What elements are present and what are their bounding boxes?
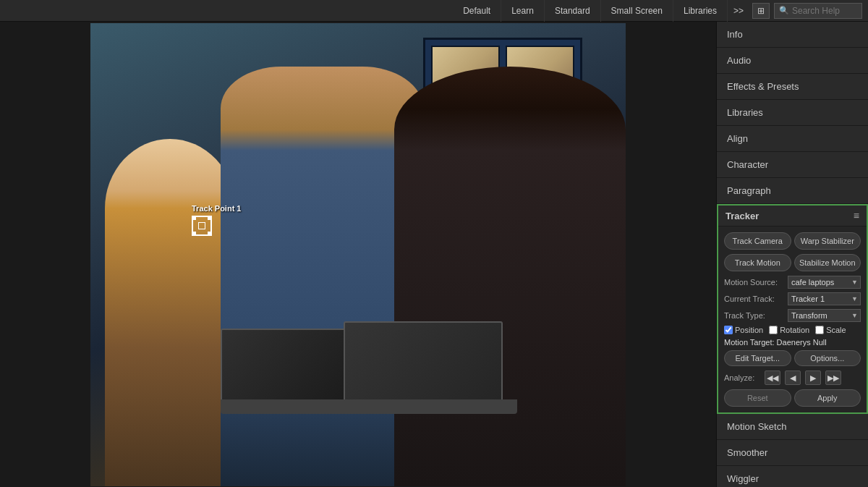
track-corner-br <box>208 232 212 236</box>
panel-item-smoother[interactable]: Smoother <box>717 440 868 466</box>
laptop-center-screen <box>344 321 503 401</box>
laptop-center-base <box>344 399 517 414</box>
person-right-body <box>394 67 626 486</box>
position-checkbox[interactable] <box>724 326 733 334</box>
panel-item-motion-sketch[interactable]: Motion Sketch <box>717 414 868 440</box>
scene: Track Point 1 <box>90 23 626 486</box>
track-type-select-wrap: Transform ▼ <box>788 309 861 322</box>
panel-item-audio[interactable]: Audio <box>717 48 868 74</box>
tracker-top-btn-row: Track Camera Warp Stabilizer <box>724 232 861 250</box>
person-center <box>221 67 423 486</box>
tracker-header: Tracker ≡ <box>718 206 867 226</box>
track-point-label: Track Point 1 <box>192 204 241 213</box>
top-bar: Default Learn Standard Small Screen Libr… <box>0 0 868 22</box>
edit-target-row: Edit Target... Options... <box>724 350 861 366</box>
warp-stabilizer-button[interactable]: Warp Stabilizer <box>794 232 861 250</box>
track-corner-tr <box>208 216 212 220</box>
panel-item-libraries[interactable]: Libraries <box>717 100 868 126</box>
tab-learn[interactable]: Learn <box>501 0 545 22</box>
person-right <box>394 67 626 486</box>
motion-source-select-wrap: cafe laptops ▼ <box>788 276 861 289</box>
position-label: Position <box>735 326 763 334</box>
panel-item-effects-presets[interactable]: Effects & Presets <box>717 74 868 100</box>
panel-item-wiggler[interactable]: Wiggler <box>717 466 868 487</box>
workspace-icon-button[interactable]: ⊞ <box>752 3 770 19</box>
main-area: Track Point 1 Info Audio Effects & Pres <box>0 22 868 487</box>
track-point-inner <box>198 222 205 229</box>
track-type-label: Track Type: <box>724 311 788 320</box>
analyze-label: Analyze: <box>724 373 760 382</box>
tab-small-screen[interactable]: Small Screen <box>601 0 673 22</box>
video-bg: Track Point 1 <box>90 23 626 486</box>
motion-target-row: Motion Target: Daenerys Null <box>724 338 861 347</box>
search-icon: 🔍 <box>779 6 789 15</box>
track-motion-button[interactable]: Track Motion <box>724 254 791 271</box>
video-canvas: Track Point 1 <box>0 22 716 487</box>
motion-target-label: Motion Target: <box>724 338 775 347</box>
current-track-select-wrap: Tracker 1 ▼ <box>788 292 861 305</box>
motion-source-label: Motion Source: <box>724 278 788 287</box>
analyze-back-button[interactable]: ◀ <box>785 370 801 385</box>
panel-item-info[interactable]: Info <box>717 22 868 48</box>
reset-button[interactable]: Reset <box>724 389 791 407</box>
motion-source-select[interactable]: cafe laptops <box>788 276 861 289</box>
edit-target-button[interactable]: Edit Target... <box>724 350 791 366</box>
scale-label: Scale <box>826 326 846 334</box>
options-button[interactable]: Options... <box>794 350 861 366</box>
stabilize-motion-button[interactable]: Stabilize Motion <box>794 254 861 271</box>
right-panel: Info Audio Effects & Presets Libraries A… <box>716 22 868 487</box>
position-checkbox-item[interactable]: Position <box>724 326 763 334</box>
current-track-row: Current Track: Tracker 1 ▼ <box>724 292 861 305</box>
person-left <box>105 139 235 486</box>
tracker-panel: Tracker ≡ Track Camera Warp Stabilizer T… <box>717 204 868 414</box>
tab-standard[interactable]: Standard <box>545 0 601 22</box>
workspace-tabs: Default Learn Standard Small Screen Libr… <box>453 0 749 22</box>
tab-libraries[interactable]: Libraries <box>673 0 728 22</box>
rotation-label: Rotation <box>780 326 809 334</box>
panel-item-paragraph[interactable]: Paragraph <box>717 178 868 204</box>
track-type-select[interactable]: Transform <box>788 309 861 322</box>
rotation-checkbox-item[interactable]: Rotation <box>769 326 809 334</box>
video-panel: Track Point 1 <box>0 22 716 487</box>
rotation-checkbox[interactable] <box>769 326 778 334</box>
track-type-row: Track Type: Transform ▼ <box>724 309 861 322</box>
more-tabs-button[interactable]: >> <box>728 0 749 22</box>
tracker-title: Tracker <box>726 211 759 221</box>
track-corner-tl <box>192 216 196 220</box>
track-point-overlay: Track Point 1 <box>192 204 241 236</box>
current-track-label: Current Track: <box>724 295 788 303</box>
tracker-bottom-row: Reset Apply <box>724 389 861 407</box>
search-input[interactable] <box>792 6 857 16</box>
motion-source-row: Motion Source: cafe laptops ▼ <box>724 276 861 289</box>
tab-default[interactable]: Default <box>453 0 501 22</box>
analyze-forward-button[interactable]: ▶ <box>805 370 821 385</box>
person-left-body <box>105 139 235 486</box>
tracker-body: Track Camera Warp Stabilizer Track Motio… <box>718 226 867 412</box>
scale-checkbox-item[interactable]: Scale <box>815 326 846 334</box>
analyze-fastforward-button[interactable]: ▶▶ <box>825 370 841 385</box>
analyze-rewind-button[interactable]: ◀◀ <box>765 370 780 385</box>
tracker-menu-icon[interactable]: ≡ <box>854 210 859 221</box>
checkbox-row: Position Rotation Scale <box>724 326 861 334</box>
panel-item-align[interactable]: Align <box>717 126 868 152</box>
analyze-row: Analyze: ◀◀ ◀ ▶ ▶▶ <box>724 370 861 385</box>
current-track-select[interactable]: Tracker 1 <box>788 292 861 305</box>
apply-button[interactable]: Apply <box>794 389 861 407</box>
track-point-box <box>192 216 212 236</box>
track-camera-button[interactable]: Track Camera <box>724 232 791 250</box>
person-center-body <box>221 67 423 486</box>
motion-target-value: Daenerys Null <box>777 338 827 347</box>
search-area: 🔍 <box>774 3 862 19</box>
laptop-center <box>344 313 517 414</box>
panel-item-character[interactable]: Character <box>717 152 868 178</box>
scale-checkbox[interactable] <box>815 326 824 334</box>
track-corner-bl <box>192 232 196 236</box>
tracker-second-btn-row: Track Motion Stabilize Motion <box>724 254 861 271</box>
